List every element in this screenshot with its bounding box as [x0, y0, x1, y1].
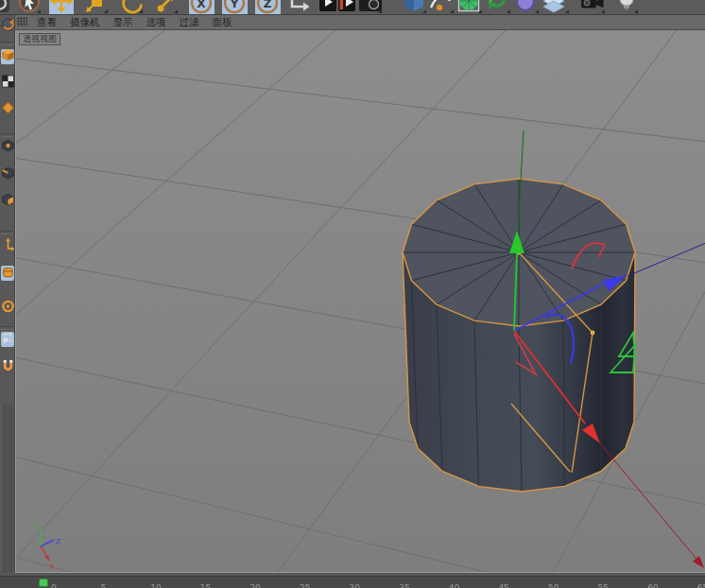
- bounding-handle[interactable]: [591, 331, 595, 336]
- toolbar-separator: [1, 42, 13, 45]
- panel-grip-icon[interactable]: [17, 17, 27, 26]
- frame-label: 60: [647, 583, 658, 588]
- current-frame-marker[interactable]: [39, 579, 48, 587]
- viewport-solo-icon: [1, 264, 15, 283]
- move-tool-button[interactable]: [49, 0, 74, 14]
- add-subdivision-surface-button[interactable]: [456, 0, 483, 14]
- model-mode-button[interactable]: [1, 49, 14, 64]
- axis-y-label: Y: [33, 524, 39, 531]
- frame-label: 45: [498, 583, 508, 588]
- cylinder-object[interactable]: [403, 179, 635, 492]
- perspective-view[interactable]: YZX: [16, 30, 705, 573]
- render-view-icon: [319, 0, 337, 14]
- quantize-button[interactable]: [1, 301, 14, 316]
- mode-toolbar: P: [0, 14, 15, 576]
- frame-label: 10: [150, 583, 161, 588]
- snap-toggle-icon: [1, 358, 15, 377]
- viewport-menu-items: 查看摄像机显示选项过滤面板: [30, 14, 239, 29]
- coordinate-system-icon: [285, 0, 314, 14]
- make-editable-button[interactable]: [1, 19, 14, 34]
- add-volume-icon: [513, 0, 540, 14]
- texture-mode-button[interactable]: [1, 76, 14, 91]
- add-cube-icon: [402, 0, 427, 14]
- toolbar-separator: [1, 326, 13, 330]
- polygons-mode-button[interactable]: [1, 194, 14, 209]
- render-settings-icon: [358, 0, 383, 14]
- add-camera-button[interactable]: [579, 0, 606, 14]
- move-tool-icon: [49, 0, 74, 14]
- frame-label: 55: [598, 583, 609, 588]
- add-volume-button[interactable]: [513, 0, 540, 14]
- z-axis-lock-button[interactable]: Z: [255, 0, 281, 14]
- frame-label: 20: [249, 583, 260, 588]
- points-mode-button[interactable]: [1, 140, 14, 155]
- add-floor-icon: [542, 0, 570, 14]
- coordinate-system-button[interactable]: [285, 0, 314, 14]
- enable-axis-icon: [1, 236, 15, 255]
- add-floor-button[interactable]: [542, 0, 570, 14]
- add-cube-button[interactable]: [402, 0, 427, 14]
- view-label[interactable]: 透视视图: [19, 33, 60, 45]
- x-axis-lock-button[interactable]: X: [189, 0, 215, 14]
- snap-settings-button[interactable]: P: [1, 332, 14, 347]
- render-picture-viewer-icon: [338, 0, 356, 14]
- make-editable-icon: [1, 17, 15, 36]
- svg-text:Y: Y: [230, 0, 239, 10]
- workplane-mode-icon: [1, 100, 15, 119]
- frame-label: 50: [548, 583, 559, 588]
- frame-label: 25: [300, 583, 310, 588]
- menu-cameras[interactable]: 摄像机: [63, 14, 107, 29]
- viewport-solo-button[interactable]: [1, 266, 14, 281]
- viewport-canvas[interactable]: YZX 透视视图: [15, 30, 705, 573]
- workplane-mode-button[interactable]: [1, 102, 14, 117]
- y-axis-lock-icon: Y: [222, 0, 248, 14]
- toolbar-separator: [1, 133, 13, 137]
- add-spline-button[interactable]: [428, 0, 455, 14]
- menu-filter[interactable]: 过滤: [173, 14, 206, 29]
- frame-label: 15: [200, 583, 211, 588]
- polygons-mode-icon: [1, 192, 15, 211]
- menu-display[interactable]: 显示: [107, 14, 140, 29]
- timeline-ruler[interactable]: 05101520253035404550556065: [0, 576, 705, 588]
- add-generator-icon: [485, 0, 511, 14]
- last-used-tool-icon: [154, 0, 179, 14]
- menu-view[interactable]: 查看: [30, 14, 63, 29]
- last-used-tool-button[interactable]: [154, 0, 179, 14]
- x-axis-extension: [600, 443, 700, 563]
- rotate-tool-button[interactable]: [119, 0, 144, 14]
- add-subdivision-surface-icon: [456, 0, 483, 14]
- live-selection-tool-button[interactable]: [17, 0, 42, 14]
- add-light-button[interactable]: [614, 0, 639, 14]
- model-mode-icon: [1, 47, 15, 66]
- render-picture-viewer-button[interactable]: [338, 0, 356, 14]
- snap-toggle-button[interactable]: [1, 360, 14, 375]
- points-mode-icon: [1, 138, 15, 157]
- rotate-tool-icon: [119, 0, 144, 14]
- frame-label: 35: [399, 583, 409, 588]
- axis-x-label: X: [50, 563, 55, 571]
- add-light-icon: [614, 0, 639, 14]
- add-generator-button[interactable]: [485, 0, 511, 14]
- frame-label: 40: [449, 583, 459, 588]
- live-selection-tool-icon: [17, 0, 42, 14]
- menu-options[interactable]: 选项: [140, 14, 173, 29]
- z-axis-lock-icon: Z: [255, 0, 281, 14]
- undo-button[interactable]: [0, 0, 11, 14]
- render-view-button[interactable]: [319, 0, 337, 14]
- world-axis-indicator: YZX: [33, 524, 60, 571]
- scale-tool-icon: [84, 0, 109, 14]
- toolbar-empty-track: [3, 405, 12, 581]
- render-settings-button[interactable]: [358, 0, 383, 14]
- add-spline-icon: [428, 0, 455, 14]
- scale-tool-button[interactable]: [84, 0, 109, 14]
- menu-panel[interactable]: 面板: [206, 14, 239, 29]
- snap-settings-icon: P: [1, 330, 15, 349]
- enable-axis-button[interactable]: [1, 238, 14, 253]
- y-axis-lock-button[interactable]: Y: [222, 0, 248, 14]
- edges-mode-button[interactable]: [1, 167, 14, 182]
- quantize-icon: [1, 299, 15, 318]
- application-window: XYZ 查看摄像机显示选项过滤面板 P YZX 透视视图 05101520253…: [0, 0, 705, 588]
- toolbar-separator: [1, 231, 13, 234]
- axis-z-label: Z: [56, 538, 60, 545]
- svg-text:X: X: [197, 0, 206, 10]
